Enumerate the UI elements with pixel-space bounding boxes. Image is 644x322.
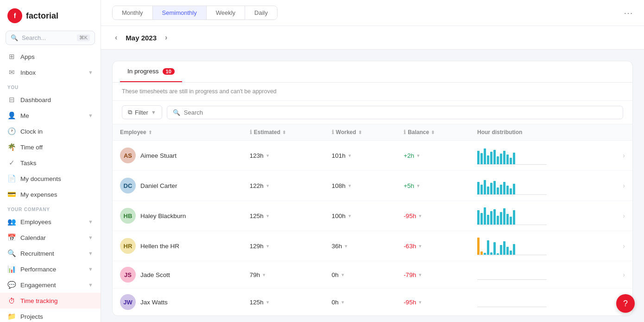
balance-value: +5h <box>404 182 414 189</box>
sidebar-item-apps[interactable]: ⊞ Apps <box>0 49 101 64</box>
hour-chart <box>477 206 547 225</box>
bar <box>490 152 492 165</box>
chevron-down-icon[interactable]: ▾ <box>348 153 351 159</box>
chevron-down-icon[interactable]: ▾ <box>419 213 422 219</box>
sort-icon[interactable]: ⬆ <box>148 130 152 135</box>
chevron-down-icon: ▼ <box>88 113 93 118</box>
table-tabs: In progress 10 <box>113 61 632 83</box>
estimated-value: 123h <box>250 152 264 159</box>
chevron-down-icon[interactable]: ▾ <box>266 213 269 219</box>
chevron-down-icon[interactable]: ▾ <box>266 153 269 159</box>
sort-icon[interactable]: ⬍ <box>358 130 362 135</box>
bar <box>513 244 515 255</box>
sort-icon[interactable]: ⬍ <box>431 130 435 135</box>
chevron-down-icon[interactable]: ▾ <box>419 299 422 305</box>
chevron-down-icon[interactable]: ▾ <box>341 299 344 305</box>
sidebar-item-inbox[interactable]: ✉ Inbox ▼ <box>0 64 101 80</box>
bar <box>477 151 480 165</box>
bar <box>503 208 505 225</box>
table-row: AS Aimee Stuart 123h ▾ 101h ▾ +2h ▾ › <box>113 141 632 171</box>
hour-distribution-cell <box>470 171 605 201</box>
bar <box>500 212 502 225</box>
balance-value: -79h <box>404 271 416 278</box>
tab-weekly[interactable]: Weekly <box>207 6 245 19</box>
tab-daily[interactable]: Daily <box>245 6 277 19</box>
chevron-down-icon[interactable]: ▾ <box>348 183 351 189</box>
sidebar-item-label: Time off <box>20 144 43 151</box>
sidebar-item-my-expenses[interactable]: 💳 My expenses <box>0 187 101 202</box>
bar <box>477 238 480 255</box>
sidebar-item-dashboard[interactable]: ⊟ Dashboard <box>0 92 101 108</box>
chevron-down-icon: ▼ <box>88 251 93 256</box>
chevron-down-icon[interactable]: ▾ <box>266 299 269 305</box>
sidebar-item-label: Inbox <box>20 69 36 76</box>
chevron-down-icon[interactable]: ▾ <box>266 243 269 249</box>
documents-icon: 📄 <box>7 174 16 183</box>
chevron-down-icon[interactable]: ▾ <box>266 183 269 189</box>
chevron-down-icon[interactable]: ▾ <box>417 153 420 159</box>
navigate-row-button[interactable]: › <box>612 271 625 278</box>
filter-button[interactable]: ⧉ Filter ▼ <box>122 105 162 119</box>
navigate-row-button[interactable]: › <box>612 182 625 189</box>
tab-semimonthly[interactable]: Semimonthly <box>153 6 207 19</box>
sidebar-item-tasks[interactable]: ✓ Tasks <box>0 155 101 171</box>
estimated-cell: 129h ▾ <box>242 231 324 261</box>
estimated-value: 125h <box>250 299 264 306</box>
worked-cell: 100h ▾ <box>324 201 396 231</box>
navigate-row-button[interactable]: › <box>612 212 625 219</box>
worked-cell: 36h ▾ <box>324 231 396 261</box>
sidebar-item-performance[interactable]: 📊 Performance ▼ <box>0 261 101 277</box>
row-action-cell: › <box>605 201 632 231</box>
col-employee: Employee ⬆ <box>113 124 242 141</box>
sidebar-item-recruitment[interactable]: 🔍 Recruitment ▼ <box>0 245 101 261</box>
sidebar-item-label: Tasks <box>20 160 37 167</box>
row-action-cell: › <box>605 171 632 201</box>
sidebar-item-projects[interactable]: 📁 Projects <box>0 309 101 322</box>
bar <box>500 185 502 195</box>
expenses-icon: 💳 <box>7 190 16 199</box>
engagement-icon: 💬 <box>7 281 16 289</box>
chevron-down-icon[interactable]: ▾ <box>345 243 347 249</box>
chevron-down-icon[interactable]: ▾ <box>417 183 420 189</box>
chevron-down-icon[interactable]: ▾ <box>348 213 351 219</box>
more-options-icon[interactable]: ⋯ <box>624 7 633 19</box>
navigate-row-button[interactable]: › <box>612 152 625 159</box>
search-button[interactable]: 🔍 Search... ⌘K <box>6 31 95 45</box>
balance-cell: -95h ▾ <box>396 289 470 316</box>
sidebar-item-calendar[interactable]: 📅 Calendar ▼ <box>0 230 101 245</box>
sidebar-item-time-tracking[interactable]: ⏱ Time tracking <box>0 293 101 309</box>
sidebar-item-label: Engagement <box>20 282 56 289</box>
bar <box>493 150 496 165</box>
sidebar-item-time-off[interactable]: 🌴 Time off <box>0 139 101 155</box>
sidebar-item-my-documents[interactable]: 📄 My documents <box>0 171 101 187</box>
help-button[interactable]: ? <box>616 294 635 313</box>
navigate-row-button[interactable]: › <box>612 242 625 250</box>
topbar: Monthly Semimonthly Weekly Daily ⋯ <box>101 0 644 26</box>
main-content: Monthly Semimonthly Weekly Daily ⋯ ‹ May… <box>101 0 644 322</box>
sidebar-item-clock-in[interactable]: 🕐 Clock in <box>0 123 101 139</box>
bar <box>503 151 505 165</box>
prev-period-button[interactable]: ‹ <box>112 32 120 43</box>
sidebar-item-me[interactable]: 👤 Me ▼ <box>0 108 101 123</box>
info-icon: ℹ <box>404 129 406 135</box>
tab-in-progress[interactable]: In progress 10 <box>120 61 182 82</box>
estimated-cell: 125h ▾ <box>242 289 324 316</box>
employee-cell: HR Hellen the HR <box>113 231 242 261</box>
chevron-down-icon: ▼ <box>88 282 93 288</box>
sidebar-item-label: Me <box>20 112 29 119</box>
hour-distribution-cell <box>470 289 605 316</box>
search-label: Search... <box>22 34 46 41</box>
table-search-input[interactable] <box>184 109 617 116</box>
sort-icon[interactable]: ⬍ <box>282 130 286 135</box>
sidebar-item-engagement[interactable]: 💬 Engagement ▼ <box>0 277 101 293</box>
sidebar-item-employees[interactable]: 👥 Employees ▼ <box>0 214 101 230</box>
chevron-down-icon[interactable]: ▾ <box>341 272 344 278</box>
chevron-down-icon[interactable]: ▾ <box>419 272 422 278</box>
employee-info: DC Daniel Carter <box>120 178 235 193</box>
next-period-button[interactable]: › <box>162 32 170 43</box>
tab-monthly[interactable]: Monthly <box>113 6 153 19</box>
chevron-down-icon[interactable]: ▾ <box>263 272 265 278</box>
avatar: HB <box>120 208 136 224</box>
employee-info: HR Hellen the HR <box>120 238 235 254</box>
chevron-down-icon[interactable]: ▾ <box>419 243 422 249</box>
